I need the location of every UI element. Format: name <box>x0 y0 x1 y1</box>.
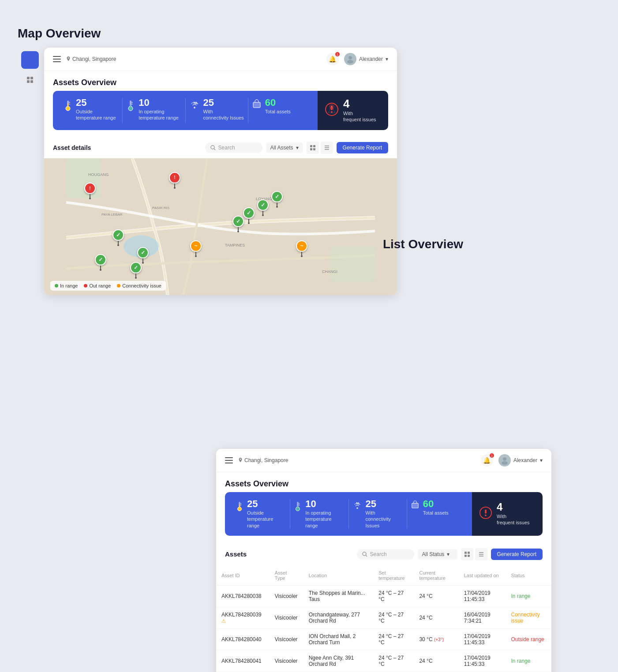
cell-status: In range <box>506 585 551 607</box>
svg-point-43 <box>502 461 508 465</box>
svg-rect-13 <box>130 105 131 108</box>
svg-point-5 <box>347 60 353 63</box>
assets-overview-title: Assets Overview <box>44 71 397 91</box>
list-hamburger-menu[interactable] <box>225 457 233 463</box>
map-pin-red-2[interactable]: ! <box>169 172 180 189</box>
table-section-header: Assets Search All Status ▾ <box>216 543 551 566</box>
list-assets-overview-title: Assets Overview <box>216 472 551 492</box>
list-overview-card: Changi, Singapore 🔔 1 <box>216 449 551 672</box>
list-view-btn[interactable] <box>321 142 333 154</box>
table-map-view-btn[interactable] <box>461 548 473 560</box>
connectivity-label: Withconnectivity Issues <box>203 108 244 121</box>
list-frequent-number: 4 <box>497 502 530 512</box>
table-list-view-btn[interactable] <box>475 548 487 560</box>
connectivity-number: 25 <box>203 98 244 108</box>
list-outside-temp-number: 25 <box>247 499 286 509</box>
list-box-icon <box>411 500 419 511</box>
list-operating-label: In operatingtemperature range <box>305 510 345 529</box>
map-pin-green-7[interactable]: ✓ <box>95 254 106 271</box>
map-card-header: Changi, Singapore 🔔 1 <box>44 48 397 71</box>
svg-point-58 <box>485 515 487 516</box>
stat-connectivity: NL 25 Withconnectivity Issues <box>186 98 248 123</box>
svg-rect-46 <box>239 504 240 508</box>
cell-asset-id: AKKL784280038 <box>216 585 270 607</box>
list-stat-connectivity: NL 25 Withconnectivity Issues <box>349 499 407 529</box>
location-tag: Changi, Singapore <box>66 56 116 62</box>
notification-bell[interactable]: 🔔 1 <box>326 53 339 65</box>
svg-rect-55 <box>412 503 418 508</box>
stat-operating-temp: 10 In operatingtemperature range <box>123 98 185 123</box>
status-filter-dropdown[interactable]: All Status ▾ <box>418 549 457 560</box>
svg-rect-17 <box>253 102 260 108</box>
map-pin-green-3[interactable]: ✓ <box>232 216 244 232</box>
hamburger-menu[interactable] <box>53 56 61 62</box>
list-connectivity-number: 25 <box>366 499 403 509</box>
cell-asset-id: AKKL784280040 <box>216 628 270 650</box>
table-row[interactable]: AKKL784280040 Visicooler ION Orchard Mal… <box>216 628 551 650</box>
svg-rect-57 <box>485 510 487 514</box>
frequent-issues-label: Withfrequent issues <box>343 110 376 123</box>
svg-rect-34 <box>66 158 101 198</box>
map-pin-green-6[interactable]: ✓ <box>271 191 283 208</box>
map-pin-red-1[interactable]: ! <box>84 183 96 199</box>
svg-text:NL: NL <box>356 502 360 505</box>
generate-report-btn-map[interactable]: Generate Report <box>337 142 388 153</box>
col-last-updated: Last updated on <box>459 566 506 586</box>
user-menu[interactable]: Alexander ▾ <box>344 53 388 65</box>
svg-point-22 <box>211 146 214 149</box>
col-location: Location <box>303 566 374 586</box>
stat-outside-temp: 25 Outsidetemperature range <box>60 98 123 123</box>
cell-asset-id: AKKL784280041 <box>216 650 270 672</box>
list-outside-temp-label: Outsidetemperature range <box>247 510 286 529</box>
notification-badge: 1 <box>335 52 340 56</box>
list-notification-badge: 1 <box>490 453 494 458</box>
table-section-title: Assets <box>225 550 247 558</box>
list-connectivity-label: Withconnectivity Issues <box>366 510 403 529</box>
map-pin-green-8[interactable]: ✓ <box>130 262 142 279</box>
list-card-header: Changi, Singapore 🔔 1 <box>216 449 551 472</box>
map-pin-green-5[interactable]: ✓ <box>257 199 269 216</box>
col-asset-id: Asset ID <box>216 566 270 586</box>
svg-rect-3 <box>30 80 33 83</box>
legend-dot-red <box>84 284 87 287</box>
svg-rect-61 <box>464 552 467 554</box>
map-display: HOUGANG PAYA LEBAR LOYANG TAMPINES CHANG… <box>44 158 397 295</box>
cell-last-updated: 17/04/2019 11:45:33 <box>459 650 506 672</box>
table-search-input[interactable]: Search <box>357 549 414 560</box>
table-row[interactable]: AKKL784280039 ⚠ Visicooler Orchandgatewa… <box>216 607 551 628</box>
svg-rect-20 <box>331 106 333 110</box>
list-stat-operating: 10 In operatingtemperature range <box>290 499 348 529</box>
list-user-menu[interactable]: Alexander ▾ <box>498 454 543 467</box>
list-overview-title: List Overview <box>110 237 463 251</box>
list-avatar <box>498 454 511 467</box>
svg-rect-26 <box>310 148 312 150</box>
svg-rect-0 <box>27 77 30 79</box>
table-row[interactable]: AKKL784280041 Visicooler Ngee Ann City, … <box>216 650 551 672</box>
list-wifi-icon: NL <box>352 500 362 512</box>
cell-asset-id: AKKL784280039 ⚠ <box>216 607 270 628</box>
svg-text:HOUGANG: HOUGANG <box>88 172 109 177</box>
cell-set-temp: 24 °C – 27 °C <box>373 585 414 607</box>
frequent-issues-number: 4 <box>343 98 376 109</box>
asset-filter-dropdown[interactable]: All Assets ▾ <box>266 142 303 153</box>
map-search-bar[interactable]: Search <box>205 142 262 153</box>
legend-connectivity: Connectivity issue <box>117 283 161 288</box>
map-view-btn[interactable] <box>307 142 319 154</box>
legend-in-range: In range <box>55 283 78 288</box>
svg-rect-64 <box>468 555 470 557</box>
thermometer-mid-icon <box>126 99 135 113</box>
list-thermometer-low-icon <box>236 500 243 514</box>
map-pin-green-4[interactable]: ✓ <box>243 207 255 224</box>
list-frequent-stat: 4 Withfrequent issues <box>472 492 543 536</box>
legend-out-range: Out range <box>84 283 111 288</box>
cell-asset-type: Visicooler <box>270 650 303 672</box>
sidebar-nav-item[interactable] <box>22 73 38 86</box>
table-row[interactable]: AKKL784280038 Visicooler The Shoppes at … <box>216 585 551 607</box>
list-notification-bell[interactable]: 🔔 1 <box>481 454 493 467</box>
col-set-temp: Set temperature <box>373 566 414 586</box>
generate-report-btn-list[interactable]: Generate Report <box>491 549 543 560</box>
wifi-icon: NL <box>189 99 200 112</box>
list-stats-row: 25 Outsidetemperature range <box>225 492 543 536</box>
cell-location: ION Orchard Mall, 2 Orchard Turn <box>303 628 374 650</box>
svg-rect-2 <box>27 80 30 83</box>
